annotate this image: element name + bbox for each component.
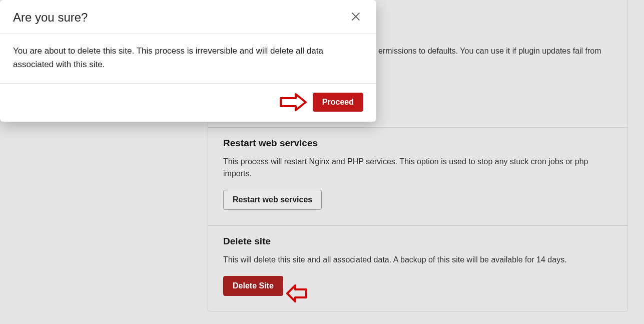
annotation-arrow-left-icon — [286, 283, 308, 303]
modal-header: Are you sure? — [0, 0, 376, 34]
proceed-button[interactable]: Proceed — [313, 93, 363, 112]
modal-body: You are about to delete this site. This … — [0, 34, 376, 84]
close-icon — [350, 11, 361, 22]
modal-close-button[interactable] — [348, 9, 363, 26]
delete-desc: This will delete this site and all assoc… — [223, 254, 612, 266]
delete-title: Delete site — [223, 236, 612, 247]
confirm-modal: Are you sure? You are about to delete th… — [0, 0, 376, 122]
delete-section: Delete site This will delete this site a… — [208, 225, 628, 311]
restart-web-services-button[interactable]: Restart web services — [223, 190, 322, 210]
restart-desc: This process will restart Nginx and PHP … — [223, 156, 612, 180]
modal-title: Are you sure? — [13, 11, 88, 25]
delete-site-button[interactable]: Delete Site — [223, 276, 283, 296]
restart-section: Restart web services This process will r… — [208, 128, 628, 225]
annotation-arrow-right-icon — [279, 93, 307, 111]
restart-title: Restart web services — [223, 138, 612, 149]
modal-footer: Proceed — [0, 84, 376, 122]
